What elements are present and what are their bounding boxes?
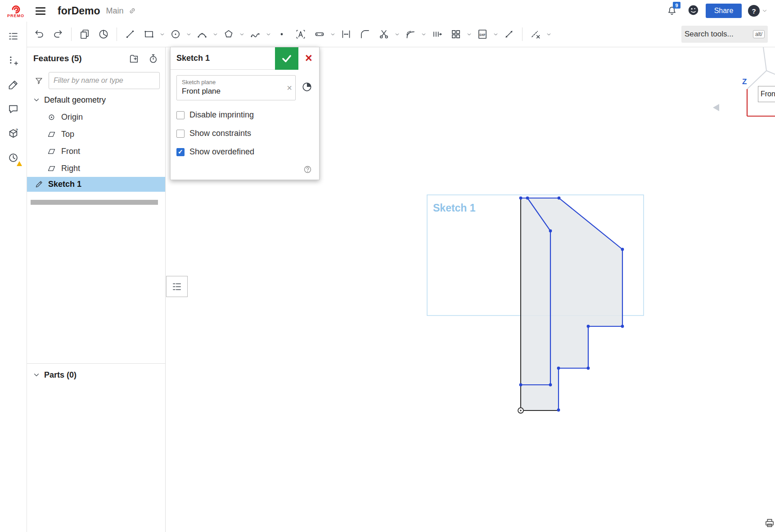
sketch-profile-region[interactable] <box>521 198 622 410</box>
slot-tool-button[interactable] <box>310 24 329 44</box>
search-tools-input[interactable] <box>685 30 750 39</box>
feature-item-top[interactable]: Top <box>27 126 165 143</box>
history-rail-button[interactable] <box>4 148 23 167</box>
appearance-rail-button[interactable] <box>4 75 23 95</box>
chevron-down-icon[interactable] <box>32 96 41 104</box>
spline-tool-button[interactable] <box>246 24 265 44</box>
slot-dropdown-arrow[interactable] <box>329 24 337 44</box>
circle-tool-button[interactable] <box>166 24 185 44</box>
notifications-button[interactable]: 9 <box>663 2 681 20</box>
extend-tool-button[interactable] <box>500 24 518 44</box>
sketch-vertex[interactable] <box>558 197 561 200</box>
grid-pattern-dropdown-arrow[interactable] <box>465 24 473 44</box>
premo-logo[interactable]: PREMO <box>3 4 29 18</box>
construction-tool-button[interactable] <box>526 24 545 44</box>
sketch-plane-field[interactable]: Sketch plane Front plane × <box>176 75 296 100</box>
sketch-vertex[interactable] <box>549 230 552 233</box>
apps-button[interactable] <box>687 4 699 18</box>
point-tool-button[interactable] <box>272 24 291 44</box>
sketch-vertex[interactable] <box>621 248 624 251</box>
section-view-tool-button[interactable] <box>94 24 113 44</box>
sketch-vertex[interactable] <box>557 367 560 370</box>
new-folder-button[interactable] <box>128 53 140 64</box>
feature-manager-rail-button[interactable] <box>4 26 23 46</box>
workspace-name[interactable]: Main <box>106 6 124 16</box>
insert-instance-rail-button[interactable] <box>4 50 23 70</box>
dxf-import-dropdown-arrow[interactable] <box>492 24 500 44</box>
preview-toggle-button[interactable] <box>301 81 313 93</box>
feature-item-right[interactable]: Right <box>27 160 165 177</box>
grid-pattern-icon <box>450 28 462 40</box>
polygon-dropdown-arrow[interactable] <box>238 24 246 44</box>
trim-dropdown-arrow[interactable] <box>393 24 401 44</box>
sketch-vertex[interactable] <box>587 325 590 328</box>
help-circle-icon <box>303 165 312 174</box>
confirm-sketch-button[interactable] <box>275 47 298 70</box>
checkbox-unchecked[interactable] <box>176 130 185 138</box>
spline-dropdown-arrow[interactable] <box>265 24 272 44</box>
dimension-tool-button[interactable] <box>337 24 356 44</box>
collapse-feature-list-button[interactable] <box>166 276 188 297</box>
feature-item-front[interactable]: Front <box>27 143 165 160</box>
toolbar-separator <box>71 27 72 41</box>
default-geometry-group[interactable]: Default geometry <box>27 91 165 108</box>
line-icon <box>124 28 136 40</box>
construction-dropdown-arrow[interactable] <box>545 24 553 44</box>
plane-icon <box>47 130 56 139</box>
sketch-vertex[interactable] <box>557 409 560 412</box>
print-capture-button[interactable] <box>763 517 775 529</box>
parts-section-header[interactable]: Parts (0) <box>27 366 165 384</box>
trim-tool-button[interactable] <box>374 24 393 44</box>
show-overdefined-checkbox[interactable]: Show overdefined <box>176 143 313 161</box>
rollback-history-button[interactable] <box>148 53 159 64</box>
search-tools-box[interactable]: alt/ <box>681 26 768 43</box>
sketch-vertex[interactable] <box>621 325 624 328</box>
line-tool-button[interactable] <box>121 24 140 44</box>
conic-dropdown-arrow[interactable] <box>212 24 219 44</box>
feature-item-origin[interactable]: Origin <box>27 108 165 126</box>
help-chevron-down-icon[interactable] <box>761 8 768 14</box>
show-constraints-checkbox[interactable]: Show constraints <box>176 124 313 143</box>
fillet-tool-button[interactable] <box>356 24 374 44</box>
z-axis-label: Z <box>742 77 747 86</box>
sketch-vertex[interactable] <box>519 383 523 387</box>
copy-tool-button[interactable] <box>75 24 94 44</box>
main-menu-button[interactable] <box>32 2 50 20</box>
circle-dropdown-arrow[interactable] <box>185 24 193 44</box>
linear-pattern-tool-button[interactable] <box>428 24 446 44</box>
rectangle-tool-button[interactable] <box>140 24 158 44</box>
offset-tool-button[interactable] <box>401 24 420 44</box>
sketch-vertex[interactable] <box>549 383 552 387</box>
learning-center-rail-button[interactable]: ? <box>4 123 23 143</box>
comments-rail-button[interactable] <box>4 99 23 119</box>
dialog-help-button[interactable] <box>303 165 312 174</box>
redo-tool-button[interactable] <box>49 24 68 44</box>
undo-tool-button[interactable] <box>30 24 49 44</box>
conic-tool-button[interactable] <box>193 24 212 44</box>
feature-item-sketch1-selected[interactable]: Sketch 1 <box>27 177 165 192</box>
share-button[interactable]: Share <box>706 4 742 18</box>
rollback-bar[interactable] <box>31 200 158 205</box>
sketch-vertex[interactable] <box>519 197 523 200</box>
rectangle-dropdown-arrow[interactable] <box>158 24 166 44</box>
polygon-tool-button[interactable] <box>219 24 238 44</box>
offset-dropdown-arrow[interactable] <box>420 24 428 44</box>
grid-pattern-tool-button[interactable] <box>446 24 465 44</box>
checkbox-checked[interactable] <box>176 148 185 156</box>
share-link-icon[interactable] <box>128 6 137 15</box>
help-button[interactable]: ? <box>748 5 760 17</box>
clear-plane-selection-icon[interactable]: × <box>287 83 292 92</box>
disable-imprinting-checkbox[interactable]: Disable imprinting <box>176 106 313 124</box>
cancel-sketch-button[interactable]: × <box>298 47 319 70</box>
text-tool-button[interactable] <box>291 24 310 44</box>
sketch-vertex[interactable] <box>587 367 590 370</box>
view-orientation-box[interactable]: Fron <box>758 86 775 102</box>
sketch-vertex[interactable] <box>526 197 529 200</box>
chevron-down-icon[interactable] <box>32 371 41 379</box>
feature-filter-input[interactable] <box>49 72 160 89</box>
dxf-import-tool-button[interactable]: DXF <box>473 24 492 44</box>
checkbox-unchecked[interactable] <box>176 111 185 119</box>
rotate-left-arrow-icon[interactable] <box>713 104 719 111</box>
sketch-dialog-header[interactable]: Sketch 1 × <box>171 47 319 70</box>
view-triad[interactable]: Z Fron <box>662 43 775 142</box>
